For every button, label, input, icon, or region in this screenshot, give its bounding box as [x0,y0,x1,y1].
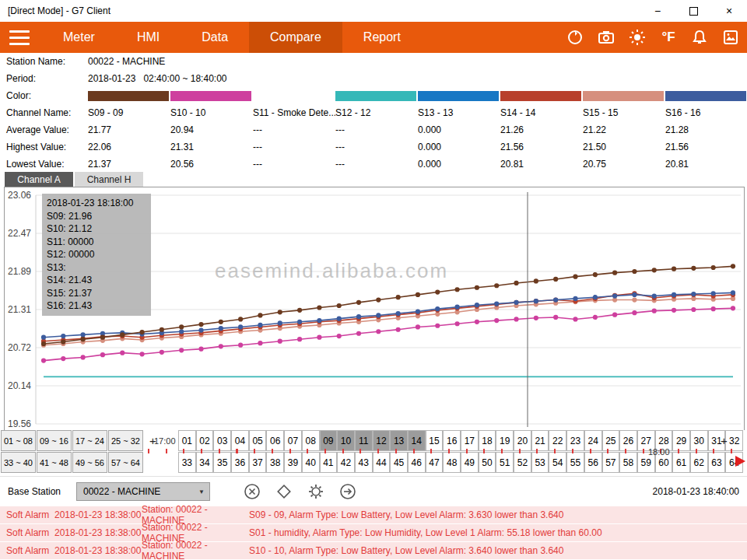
channel-number-button[interactable]: 53 [531,452,549,473]
nav-item-compare[interactable]: Compare [249,22,342,53]
channel-group-01-08[interactable]: 01 ~ 08 [1,430,36,451]
channel-number-button[interactable]: 23 [566,430,584,451]
channel-number-button[interactable]: 44 [373,452,391,473]
channel-number-button[interactable]: 25 [602,430,620,451]
channel-number-button[interactable]: 26 [619,430,637,451]
channel-number-button[interactable]: 04 [231,430,249,451]
channel-number-button[interactable]: 01 [178,430,196,451]
channel-number-button[interactable]: 05 [249,430,267,451]
channel-number-button[interactable]: 07 [284,430,302,451]
channel-number-button[interactable]: 49 [461,452,479,473]
svg-text:21.89: 21.89 [8,266,31,277]
channel-number-button[interactable]: 13 [390,430,408,451]
channel-number-button[interactable]: 06 [266,430,284,451]
nav-item-hmi[interactable]: HMI [116,22,181,53]
channel-number-button[interactable]: 62 [690,452,708,473]
highest-value-label: Highest Value: [0,142,88,152]
channel-number-button[interactable]: 40 [302,452,320,473]
channel-number-button[interactable]: 55 [566,452,584,473]
channel-number-button[interactable]: 51 [496,452,514,473]
channel-number-button[interactable]: 48 [443,452,461,473]
channel-number-button[interactable]: 46 [408,452,426,473]
channel-number-button[interactable]: 14 [408,430,426,451]
channel-number-button[interactable]: 11 [355,430,373,451]
channel-number-button[interactable]: 57 [602,452,620,473]
channel-number-button[interactable]: 37 [249,452,267,473]
channel-number-button[interactable]: 20 [514,430,531,451]
channel-number-button[interactable]: 39 [284,452,302,473]
channel-number-button[interactable]: 17 [461,430,479,451]
channel-group-25-32[interactable]: 25 ~ 32 [108,430,143,451]
channel-number-button[interactable]: 45 [390,452,408,473]
channel-low-value: 21.37 [88,159,170,170]
channel-group-33-40[interactable]: 33 ~ 40 [1,452,36,473]
nav-item-report[interactable]: Report [342,22,422,53]
channel-number-button[interactable]: 36 [231,452,249,473]
snapshot-icon[interactable] [721,27,741,47]
base-station-dropdown[interactable]: 00022 - MACHINE ▼ [76,482,210,501]
clear-circle-icon[interactable] [243,482,261,501]
channel-number-button[interactable]: 35 [213,452,231,473]
fahrenheit-icon[interactable]: °F [658,27,679,47]
maximize-button[interactable] [675,0,711,22]
channel-group-09-16[interactable]: 09 ~ 16 [37,430,72,451]
channel-number-button[interactable]: 61 [672,452,690,473]
channel-number-button[interactable]: 03 [213,430,231,451]
svg-text:20.14: 20.14 [8,380,31,391]
channel-number-button[interactable]: 12 [373,430,391,451]
zoom-in-right-button[interactable]: + [721,434,728,447]
channel-number-button[interactable]: 33 [178,452,196,473]
average-value-row: Average Value: 21.7720.94------0.00021.2… [0,121,747,138]
channel-number-button[interactable]: 56 [584,452,602,473]
channel-number-button[interactable]: 21 [531,430,549,451]
channel-group-49-56[interactable]: 49 ~ 56 [72,452,107,473]
channel-group-17-24[interactable]: 17 ~ 24 [72,430,107,451]
channel-number-button[interactable]: 09 [320,430,338,451]
go-arrow-circle-icon[interactable] [338,482,357,501]
channel-number-button[interactable]: 34 [196,452,214,473]
scroll-right-arrow-icon[interactable] [735,456,745,467]
channel-group-57-64[interactable]: 57 ~ 64 [108,452,143,473]
channel-number-button[interactable]: 29 [672,430,690,451]
sync-icon[interactable] [565,27,585,47]
tab-channel-a[interactable]: Channel A [5,172,73,187]
channel-group-41-48[interactable]: 41 ~ 48 [37,452,72,473]
channel-number-button[interactable]: 54 [549,452,566,473]
channel-number-button[interactable]: 02 [196,430,214,451]
channel-number-button[interactable]: 32 [725,430,743,451]
gear-icon[interactable] [307,482,325,501]
zoom-in-left-button[interactable]: + [149,434,156,447]
hamburger-menu-icon[interactable] [9,30,30,45]
channel-number-button[interactable]: 41 [320,452,338,473]
eraser-icon[interactable] [275,482,293,501]
channel-number-button[interactable]: 30 [690,430,708,451]
channel-number-button[interactable]: 42 [337,452,355,473]
channel-number-button[interactable]: 18 [479,430,496,451]
channel-number-button[interactable]: 16 [443,430,461,451]
channel-number-button[interactable]: 52 [514,452,531,473]
nav-item-data[interactable]: Data [181,22,249,53]
channel-number-button[interactable]: 58 [619,452,637,473]
channel-number-button[interactable]: 10 [337,430,355,451]
tab-channel-h[interactable]: Channel H [75,172,143,187]
channel-number-button[interactable]: 50 [479,452,496,473]
channel-number-button[interactable]: 15 [426,430,444,451]
close-button[interactable]: × [711,0,747,22]
channel-number-button[interactable]: 24 [584,430,602,451]
channel-number-button[interactable]: 43 [355,452,373,473]
brightness-icon[interactable] [627,27,647,47]
channel-number-button[interactable]: 19 [496,430,514,451]
nav-item-meter[interactable]: Meter [42,22,116,53]
camera-icon[interactable] [596,27,616,47]
channel-number-button[interactable]: 63 [708,452,726,473]
channel-number-button[interactable]: 08 [302,430,320,451]
tooltip-line: S11: 00000 [47,236,146,249]
minimize-button[interactable]: − [640,0,675,22]
bell-icon[interactable] [689,27,710,47]
watermark: easemind.alibaba.com [215,259,448,283]
chart-area[interactable]: 23.0622.4721.8921.3120.7220.1419.56 ease… [4,187,745,432]
channel-number-button[interactable]: 22 [549,430,566,451]
channel-number-button[interactable]: 38 [266,452,284,473]
channel-number-button[interactable]: 47 [426,452,444,473]
channel-avg-value: 20.94 [170,124,253,135]
